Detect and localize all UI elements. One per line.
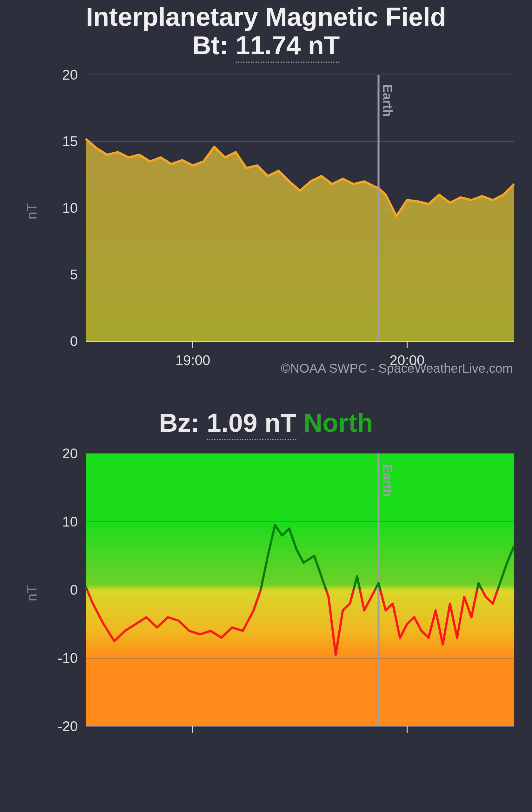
- bz-chart-svg: -20-1001020Earth: [32, 447, 521, 758]
- bz-direction: North: [304, 408, 373, 437]
- svg-text:Earth: Earth: [381, 464, 394, 497]
- main-title: Interplanetary Magnetic Field: [13, 2, 519, 31]
- svg-text:10: 10: [62, 200, 78, 216]
- bt-readout: Bt: 11.74 nT: [13, 31, 519, 60]
- bz-chart: nT -20-1001020Earth: [32, 447, 519, 739]
- attribution-text: ©NOAA SWPC - SpaceWeatherLive.com: [281, 361, 513, 376]
- bz-label: Bz:: [159, 408, 200, 437]
- svg-text:19:00: 19:00: [175, 352, 210, 368]
- bz-readout: Bz: 1.09 nT North: [13, 408, 519, 438]
- svg-text:-20: -20: [57, 719, 78, 734]
- svg-text:0: 0: [70, 582, 78, 598]
- svg-text:10: 10: [62, 514, 78, 530]
- svg-text:5: 5: [70, 267, 78, 282]
- bz-value: 1.09 nT: [207, 408, 296, 440]
- bt-label: Bt:: [192, 31, 228, 60]
- svg-text:0: 0: [70, 333, 78, 349]
- bt-chart: nT 05101520Earth19:0020:00 ©NOAA SWPC - …: [32, 69, 519, 354]
- bt-ylabel: nT: [24, 203, 40, 219]
- svg-text:20: 20: [62, 447, 78, 461]
- svg-text:15: 15: [62, 133, 78, 149]
- bz-ylabel: nT: [24, 585, 40, 601]
- bt-chart-svg: 05101520Earth19:0020:00: [32, 69, 521, 379]
- bt-value: 11.74 nT: [236, 31, 340, 63]
- page-title-block: Interplanetary Magnetic Field Bt: 11.74 …: [13, 0, 519, 60]
- svg-text:20: 20: [62, 69, 78, 83]
- svg-text:-10: -10: [57, 650, 78, 666]
- svg-text:Earth: Earth: [381, 84, 394, 117]
